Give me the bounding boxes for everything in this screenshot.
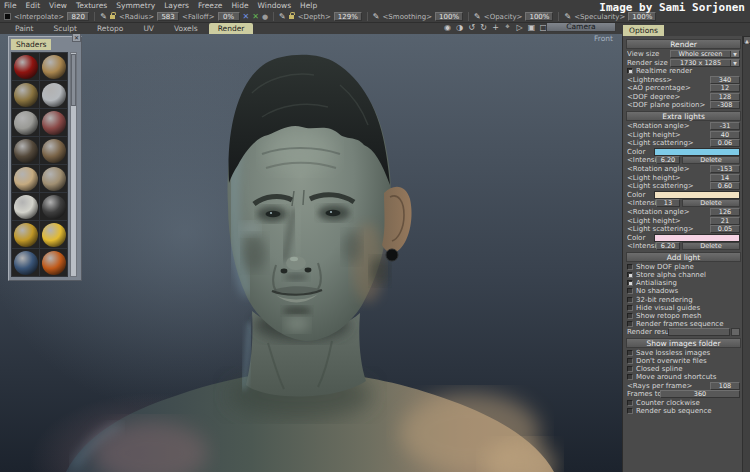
pencil-icon[interactable]: ✎	[279, 12, 286, 21]
shader-stone-speckled[interactable]	[40, 165, 67, 192]
pencil-icon[interactable]: ✎	[564, 12, 571, 21]
checkbox[interactable]	[627, 68, 633, 74]
falloff-value[interactable]: 0%	[218, 12, 240, 21]
check-render-frames-sequence[interactable]: Render frames sequence	[626, 320, 741, 328]
chevron-down-icon[interactable]: ▼	[730, 51, 739, 57]
sphere-brush-icon[interactable]: ●	[262, 13, 268, 21]
checkbox[interactable]	[627, 366, 633, 372]
checkbox[interactable]	[627, 297, 633, 303]
render-result-input[interactable]	[668, 328, 730, 336]
checkbox[interactable]	[627, 400, 633, 406]
check-closed-spline[interactable]: Closed spline	[626, 365, 741, 373]
check-render-sub-sequence[interactable]: Render sub sequence	[626, 407, 741, 415]
delete-light-button[interactable]: Delete	[682, 242, 740, 250]
menu-textures[interactable]: Textures	[76, 1, 107, 10]
shader-rock-brown[interactable]	[40, 137, 67, 164]
shader-gold-fabric[interactable]	[40, 53, 67, 80]
show-images-folder-button[interactable]: Show images folder	[626, 338, 741, 348]
contrast-icon[interactable]: ◑	[455, 23, 464, 32]
frame-icon[interactable]: ▣	[527, 23, 536, 32]
color-swatch[interactable]	[4, 13, 11, 20]
shader-gold-gloss[interactable]	[40, 221, 67, 248]
check-move-around-shortcuts[interactable]: Move around shortcuts	[626, 373, 741, 381]
head-sculpt-render[interactable]	[0, 33, 622, 472]
check-32-bit-rendering[interactable]: 32-bit rendering	[626, 295, 741, 303]
smoothing-value[interactable]: 100%	[435, 12, 463, 21]
checkbox[interactable]	[627, 272, 633, 278]
tab-render[interactable]: Render	[209, 23, 254, 34]
opacity-value[interactable]: 100%	[525, 12, 553, 21]
focus-icon[interactable]: ◉	[443, 23, 452, 32]
shader-maroon-matte[interactable]	[40, 109, 67, 136]
interpolate-value[interactable]: 820	[67, 12, 89, 21]
browse-button[interactable]	[731, 328, 740, 336]
options-tab[interactable]: Options	[623, 25, 664, 36]
shader-clay-gray[interactable]	[12, 109, 39, 136]
check-don-t-overwrite-files[interactable]: Don't overwrite files	[626, 357, 741, 365]
checkbox[interactable]	[627, 358, 633, 364]
menu-layers[interactable]: Layers	[164, 1, 189, 10]
rays-per-frame-value[interactable]: 108	[710, 382, 740, 390]
frames-to-render-value[interactable]: 360	[660, 390, 740, 398]
shader-red-cloth[interactable]	[12, 53, 39, 80]
light-2-color-swatch[interactable]	[654, 191, 740, 199]
menu-file[interactable]: File	[4, 1, 17, 10]
check-show-retopo-mesh[interactable]: Show retopo mesh	[626, 312, 741, 320]
menu-symmetry[interactable]: Symmetry	[116, 1, 155, 10]
move-icon[interactable]: +	[491, 23, 500, 32]
menu-windows[interactable]: Windows	[258, 1, 291, 10]
shader-orange-gloss[interactable]	[40, 249, 67, 276]
checkbox[interactable]	[627, 280, 633, 286]
lock-icon[interactable]	[110, 15, 115, 19]
tab-paint[interactable]: Paint	[6, 23, 43, 34]
delete-light-button[interactable]: Delete	[682, 156, 740, 164]
tab-retopo[interactable]: Retopo	[88, 23, 132, 34]
check-store-alpha-channel[interactable]: Store alpha channel	[626, 271, 741, 279]
render-size-select[interactable]: 1730 x 1285 ▼	[670, 59, 740, 67]
shader-chrome[interactable]	[40, 81, 67, 108]
checkbox[interactable]	[627, 321, 633, 327]
delete-light-button[interactable]: Delete	[682, 199, 740, 207]
scroll-up-icon[interactable]: ▲	[743, 36, 750, 44]
shader-blue-metal[interactable]	[12, 249, 39, 276]
shader-rock-dark[interactable]	[12, 137, 39, 164]
zoom-icon[interactable]: ⌖	[503, 22, 512, 32]
shader-bronze[interactable]	[12, 81, 39, 108]
view-size-select[interactable]: Whole screen ▼	[670, 50, 740, 58]
check-counter-clockwise[interactable]: Counter clockwise	[626, 399, 741, 407]
check-no-shadows[interactable]: No shadows	[626, 287, 741, 295]
check-realtime-render[interactable]: Realtime render	[626, 67, 741, 75]
chevron-down-icon[interactable]: ▼	[730, 60, 739, 66]
shader-graphite[interactable]	[40, 193, 67, 220]
menu-freeze[interactable]: Freeze	[198, 1, 222, 10]
checkbox[interactable]	[627, 374, 633, 380]
light-1-color-swatch[interactable]	[654, 148, 740, 156]
check-save-lossless-images[interactable]: Save lossless images	[626, 349, 741, 357]
lock-icon[interactable]	[289, 15, 294, 19]
menu-view[interactable]: View	[49, 1, 67, 10]
pencil-icon[interactable]: ✎	[100, 12, 107, 21]
check-hide-visual-guides[interactable]: Hide visual guides	[626, 304, 741, 312]
play-icon[interactable]: ▷	[515, 23, 524, 32]
symmetry-z-icon[interactable]: ✕	[252, 12, 259, 21]
options-scrollbar[interactable]: ▲	[742, 36, 750, 472]
tab-voxels[interactable]: Voxels	[165, 23, 207, 34]
checkbox[interactable]	[627, 350, 633, 356]
shader-marble-white[interactable]	[12, 193, 39, 220]
add-light-button[interactable]: Add light	[626, 252, 741, 262]
rotate-right-icon[interactable]: ↻	[479, 23, 488, 32]
shaders-tab[interactable]: Shaders	[11, 39, 51, 50]
radius-value[interactable]: 583	[157, 12, 179, 21]
rotate-left-icon[interactable]: ↺	[467, 23, 476, 32]
sculpt-viewport[interactable]: Front	[0, 33, 622, 472]
tab-sculpt[interactable]: Sculpt	[45, 23, 86, 34]
checkbox[interactable]	[627, 313, 633, 319]
symmetry-x-icon[interactable]: ✕	[243, 12, 250, 21]
shaders-scrollbar-thumb[interactable]	[71, 54, 76, 106]
shader-sand[interactable]	[12, 165, 39, 192]
depth-value[interactable]: 129%	[334, 12, 362, 21]
menu-hide[interactable]: Hide	[231, 1, 248, 10]
checkbox[interactable]	[627, 305, 633, 311]
pencil-icon[interactable]: ✎	[373, 12, 380, 21]
checkbox[interactable]	[627, 264, 633, 270]
